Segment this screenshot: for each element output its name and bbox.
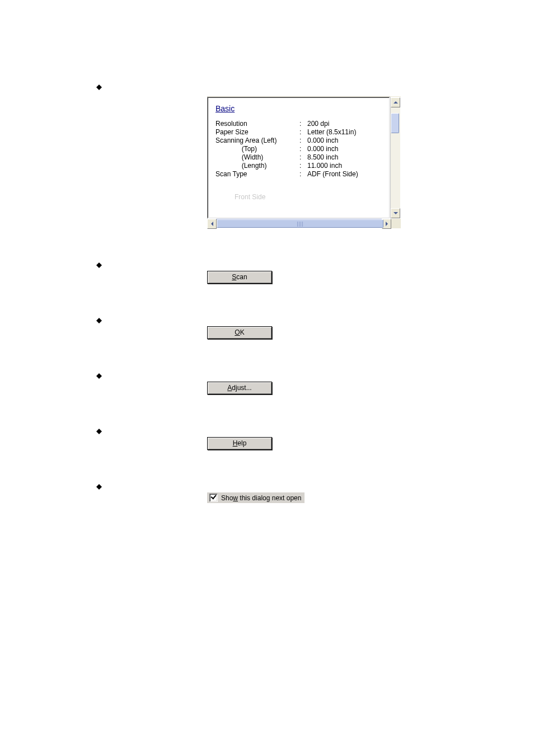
chevron-left-icon (211, 222, 213, 226)
settings-value: 200 dpi (307, 120, 329, 128)
ok-button[interactable]: OK (207, 326, 272, 339)
bullet-icon (96, 315, 102, 321)
button-label-rest: djust... (232, 384, 251, 392)
show-dialog-next-open-checkbox[interactable]: Show this dialog next open (207, 492, 305, 503)
settings-list: Resolution : 200 dpi Paper Size : Letter… (216, 120, 384, 179)
button-label-rest: K (240, 328, 245, 336)
settings-cutoff-text: Front Side (235, 193, 384, 201)
bullet-icon (96, 370, 102, 376)
settings-key: Scanning Area (Left) (216, 137, 299, 145)
settings-value: 0.000 inch (307, 137, 338, 145)
bullet-icon (96, 481, 102, 487)
settings-value: 8.500 inch (307, 153, 338, 162)
scrollbar-corner (391, 219, 401, 228)
button-label-rest: can (236, 273, 247, 281)
settings-key: Resolution (216, 120, 299, 128)
chevron-up-icon (394, 101, 398, 104)
settings-key: Paper Size (216, 128, 299, 137)
vertical-scroll-track[interactable] (391, 107, 400, 208)
settings-value: Letter (8.5x11in) (307, 128, 356, 137)
settings-row: (Width) : 8.500 inch (216, 153, 384, 162)
chevron-down-icon (394, 212, 398, 214)
adjust-button[interactable]: Adjust... (207, 382, 272, 395)
bullet-icon (96, 82, 102, 87)
button-label-rest: elp (237, 439, 246, 447)
vertical-scroll-thumb[interactable] (391, 113, 399, 133)
checkbox-label: Show this dialog next open (221, 494, 301, 502)
settings-row: (Top) : 0.000 inch (216, 145, 384, 153)
scroll-up-button[interactable] (391, 97, 400, 107)
scroll-left-button[interactable] (207, 219, 217, 229)
horizontal-scroll-thumb[interactable] (217, 219, 383, 228)
settings-summary-panel: Basic Resolution : 200 dpi Paper Size : … (207, 96, 401, 219)
settings-value: 11.000 inch (307, 162, 342, 170)
settings-key: (Width) (216, 153, 299, 162)
bullet-icon (96, 260, 102, 265)
settings-key: (Top) (216, 145, 299, 153)
settings-row: Paper Size : Letter (8.5x11in) (216, 128, 384, 137)
basic-heading-link[interactable]: Basic (216, 104, 235, 113)
mnemonic-char: w (233, 494, 238, 502)
vertical-scrollbar[interactable] (390, 97, 401, 219)
help-button[interactable]: Help (207, 437, 272, 450)
mnemonic-char: O (235, 328, 240, 336)
settings-row: Scan Type : ADF (Front Side) (216, 170, 384, 179)
horizontal-scroll-track[interactable] (217, 219, 382, 228)
settings-row: Scanning Area (Left) : 0.000 inch (216, 137, 384, 145)
scroll-down-button[interactable] (391, 208, 400, 218)
scan-button[interactable]: Scan (207, 271, 272, 284)
settings-row: Resolution : 200 dpi (216, 120, 384, 128)
settings-row: (Length) : 11.000 inch (216, 162, 384, 170)
checkbox-icon[interactable] (209, 494, 218, 502)
settings-value: 0.000 inch (307, 145, 338, 153)
scroll-grip-icon (297, 222, 303, 227)
settings-key: (Length) (216, 162, 299, 170)
chevron-right-icon (386, 222, 388, 226)
settings-key: Scan Type (216, 170, 299, 179)
bullet-icon (96, 426, 102, 431)
horizontal-scrollbar[interactable] (207, 219, 401, 228)
settings-value: ADF (Front Side) (307, 170, 358, 179)
